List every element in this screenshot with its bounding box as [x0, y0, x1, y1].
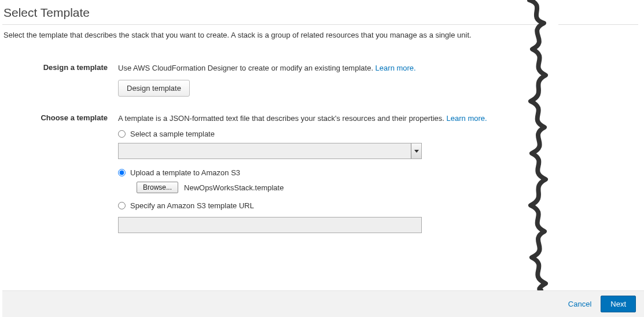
radio-upload-s3[interactable]: Upload a template to Amazon S3	[118, 168, 535, 177]
browse-button[interactable]: Browse...	[137, 182, 178, 193]
radio-s3url-input[interactable]	[118, 202, 126, 209]
design-template-row: Design a template Use AWS CloudFormation…	[2, 62, 638, 97]
chevron-down-icon	[414, 150, 419, 153]
next-button[interactable]: Next	[601, 296, 636, 312]
design-template-field: Use AWS CloudFormation Designer to creat…	[118, 62, 535, 97]
cancel-button[interactable]: Cancel	[568, 300, 591, 308]
design-template-button[interactable]: Design template	[118, 80, 190, 97]
design-template-help-text: Use AWS CloudFormation Designer to creat…	[118, 64, 376, 72]
design-template-label: Design a template	[2, 62, 118, 97]
choose-template-help: A template is a JSON-formatted text file…	[118, 113, 535, 124]
choose-template-field: A template is a JSON-formatted text file…	[118, 113, 535, 234]
divider	[2, 24, 638, 25]
uploaded-file-name: NewOpsWorksStack.template	[184, 183, 284, 192]
radio-s3url-label[interactable]: Specify an Amazon S3 template URL	[130, 201, 254, 210]
select-template-page: Select Template Select the template that…	[0, 0, 644, 233]
select-caret-button[interactable]	[411, 143, 421, 158]
design-learn-more-link[interactable]: Learn more.	[376, 64, 416, 72]
radio-sample-input[interactable]	[118, 130, 126, 138]
s3-url-input[interactable]	[118, 217, 422, 233]
page-subtitle: Select the template that describes the s…	[2, 31, 638, 39]
page-title: Select Template	[2, 6, 638, 20]
choose-template-help-text: A template is a JSON-formatted text file…	[118, 114, 447, 123]
wizard-footer: Cancel Next	[2, 290, 644, 317]
upload-browse-row: Browse... NewOpsWorksStack.template	[137, 182, 535, 193]
radio-s3-url[interactable]: Specify an Amazon S3 template URL	[118, 201, 535, 210]
choose-learn-more-link[interactable]: Learn more.	[447, 114, 487, 123]
radio-sample-template[interactable]: Select a sample template	[118, 130, 535, 138]
choose-template-label: Choose a template	[2, 113, 118, 234]
design-template-help: Use AWS CloudFormation Designer to creat…	[118, 62, 535, 74]
radio-upload-input[interactable]	[118, 169, 126, 176]
radio-sample-label[interactable]: Select a sample template	[130, 130, 215, 138]
radio-upload-label[interactable]: Upload a template to Amazon S3	[130, 168, 240, 177]
sample-template-select[interactable]	[118, 143, 422, 159]
choose-template-row: Choose a template A template is a JSON-f…	[2, 113, 638, 234]
